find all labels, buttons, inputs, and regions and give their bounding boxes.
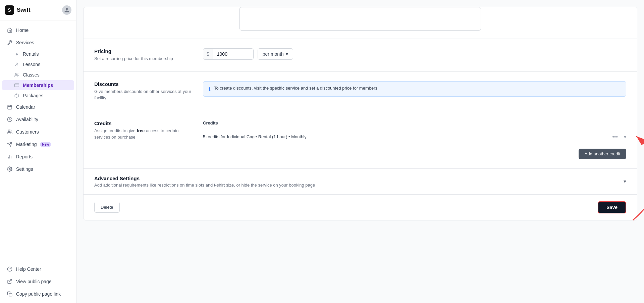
sidebar-bottom: Help Center View public page Copy public… <box>0 260 76 303</box>
discounts-section: Discounts Give members discounts on othe… <box>84 72 637 111</box>
advanced-settings-description: Add additional requirements like restric… <box>94 183 315 188</box>
credit-options-button[interactable]: ••• <box>610 133 620 141</box>
sidebar-item-availability[interactable]: Availability <box>2 113 74 125</box>
sidebar-item-rentals[interactable]: ● Rentals <box>2 49 74 59</box>
advanced-settings-chevron-icon: ▾ <box>624 178 626 185</box>
footer-actions: Delete Save <box>84 195 637 220</box>
credits-description: Assign credits to give free access to ce… <box>94 128 195 141</box>
pricing-row: $ per month ▾ <box>203 48 626 60</box>
settings-icon <box>7 166 13 172</box>
calendar-icon <box>7 104 13 110</box>
svg-rect-20 <box>9 293 12 296</box>
marketing-icon <box>7 141 13 147</box>
advanced-settings-section: Advanced Settings Add additional require… <box>84 169 637 195</box>
add-credit-button[interactable]: Add another credit <box>579 149 626 159</box>
svg-point-10 <box>8 130 10 132</box>
card-icon <box>14 83 19 88</box>
delete-button[interactable]: Delete <box>94 202 120 213</box>
sidebar-item-home-label: Home <box>16 28 29 33</box>
sidebar-item-packages-label: Packages <box>23 93 43 98</box>
availability-icon <box>7 116 13 122</box>
credit-expand-button[interactable]: ▾ <box>624 134 626 140</box>
logo-icon: S <box>5 5 14 15</box>
pricing-description: Set a recurring price for this membershi… <box>94 55 195 62</box>
discounts-info-box: ℹ To create discounts, visit the specifi… <box>203 81 626 97</box>
credits-label: Credits <box>203 120 626 125</box>
credits-section: Credits Assign credits to give free acce… <box>84 111 637 169</box>
discounts-description: Give members discounts on other services… <box>94 88 195 101</box>
sidebar-item-settings-label: Settings <box>16 166 33 172</box>
svg-rect-2 <box>15 84 19 87</box>
price-input[interactable] <box>213 49 253 59</box>
sidebar-item-copy-public-page-link[interactable]: Copy public page link <box>2 288 74 300</box>
credits-section-right: Credits 5 credits for Individual Cage Re… <box>203 120 626 159</box>
description-textarea[interactable] <box>239 7 481 31</box>
sidebar-nav: Home Services ● Rentals Lessons Classes <box>0 20 76 260</box>
package-icon <box>14 93 19 98</box>
credits-section-left: Credits Assign credits to give free acce… <box>94 120 195 159</box>
sidebar-item-classes-label: Classes <box>23 72 40 78</box>
sidebar-item-rentals-label: Rentals <box>23 51 39 57</box>
sidebar-header: S Swift <box>0 0 76 20</box>
main-content: Pricing Set a recurring price for this m… <box>76 0 644 303</box>
pricing-section-left: Pricing Set a recurring price for this m… <box>94 48 195 62</box>
services-icon <box>7 40 13 46</box>
sidebar-item-view-public-page[interactable]: View public page <box>2 275 74 288</box>
external-link-icon <box>7 279 13 285</box>
sidebar-item-services[interactable]: Services <box>2 37 74 49</box>
save-button-container: Save <box>598 201 626 213</box>
sidebar-item-packages[interactable]: Packages <box>2 91 74 101</box>
sidebar-item-marketing-label: Marketing <box>16 142 37 147</box>
marketing-badge: New <box>40 142 51 147</box>
currency-symbol: $ <box>203 49 213 59</box>
pricing-section: Pricing Set a recurring price for this m… <box>84 39 637 72</box>
chevron-down-icon: ▾ <box>286 51 288 57</box>
svg-rect-5 <box>8 105 12 109</box>
sidebar-item-reports[interactable]: Reports <box>2 151 74 163</box>
period-select[interactable]: per month ▾ <box>258 48 293 60</box>
credits-title: Credits <box>94 120 195 126</box>
sidebar-item-calendar-label: Calendar <box>16 104 35 110</box>
sidebar-item-classes[interactable]: Classes <box>2 70 74 80</box>
credit-item-text: 5 credits for Individual Cage Rental (1 … <box>203 134 307 139</box>
person-icon <box>14 62 19 67</box>
sidebar-item-help-center[interactable]: Help Center <box>2 263 74 275</box>
sidebar-item-settings[interactable]: Settings <box>2 163 74 175</box>
price-input-wrap: $ <box>203 48 254 60</box>
credit-row: 5 credits for Individual Cage Rental (1 … <box>203 129 626 145</box>
sidebar-item-view-public-page-label: View public page <box>16 279 52 284</box>
svg-line-19 <box>9 280 12 282</box>
top-textarea-section <box>84 7 637 39</box>
help-icon <box>7 266 13 272</box>
sidebar-item-marketing[interactable]: Marketing New <box>2 138 74 150</box>
advanced-settings-header[interactable]: Advanced Settings Add additional require… <box>94 175 626 188</box>
svg-point-1 <box>15 73 17 75</box>
sidebar-item-customers[interactable]: Customers <box>2 126 74 138</box>
period-label: per month <box>263 51 284 57</box>
sidebar-item-lessons-label: Lessons <box>23 62 40 67</box>
sidebar: S Swift Home Services ● Rentals <box>0 0 76 303</box>
reports-icon <box>7 154 13 160</box>
pricing-section-right: $ per month ▾ <box>203 48 626 62</box>
pricing-title: Pricing <box>94 48 195 54</box>
sidebar-item-reports-label: Reports <box>16 154 33 159</box>
sidebar-item-memberships-label: Memberships <box>23 83 53 88</box>
app-logo: S Swift <box>5 5 31 15</box>
copy-icon <box>7 291 13 297</box>
user-avatar[interactable] <box>62 5 71 15</box>
info-icon: ℹ <box>209 86 211 92</box>
sidebar-item-availability-label: Availability <box>16 117 38 122</box>
sidebar-item-memberships[interactable]: Memberships <box>2 80 74 90</box>
sidebar-item-lessons[interactable]: Lessons <box>2 59 74 69</box>
customers-icon <box>7 129 13 135</box>
advanced-settings-header-left: Advanced Settings Add additional require… <box>94 175 315 188</box>
discounts-section-right: ℹ To create discounts, visit the specifi… <box>203 81 626 101</box>
save-button[interactable]: Save <box>598 201 626 213</box>
discounts-section-left: Discounts Give members discounts on othe… <box>94 81 195 101</box>
sidebar-item-calendar[interactable]: Calendar <box>2 101 74 113</box>
app-name: Swift <box>17 7 31 13</box>
credit-row-actions: ••• ▾ <box>610 133 626 141</box>
sidebar-item-home[interactable]: Home <box>2 24 74 36</box>
discounts-title: Discounts <box>94 81 195 87</box>
discounts-info-text: To create discounts, visit the specific … <box>214 86 377 91</box>
